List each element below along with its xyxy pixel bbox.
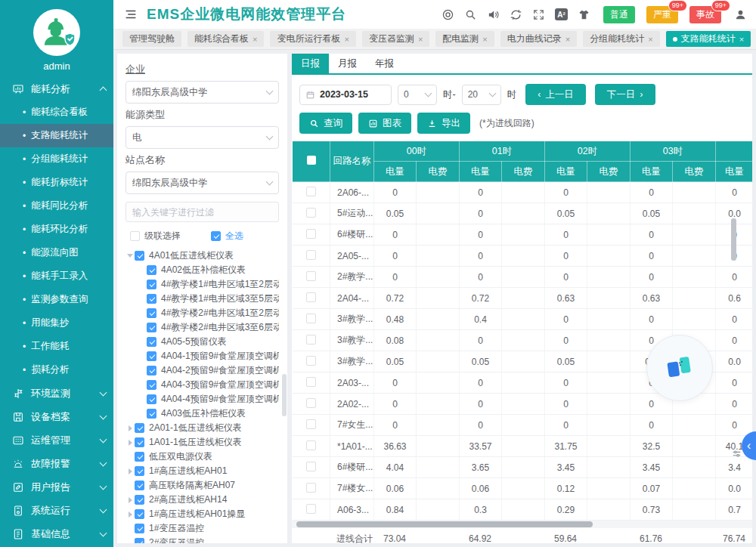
tree-checkbox[interactable] [135, 466, 144, 476]
row-checkbox[interactable] [306, 250, 316, 260]
menu-group-系统运行[interactable]: 系统运行 [0, 499, 113, 522]
menu-item-能源流向图[interactable]: •能源流向图 [0, 241, 113, 264]
close-icon[interactable]: × [253, 35, 257, 44]
tree-checkbox[interactable] [135, 423, 144, 433]
tree-checkbox[interactable] [135, 251, 144, 261]
tree-item-1#变压器温控[interactable]: 1#变压器温控 [125, 521, 279, 536]
page-tab-管理驾驶舱[interactable]: 管理驾驶舱 [122, 31, 181, 47]
tree-item-4A04-4预留9#食堂屋顶空调机组仪表[interactable]: 4A04-4预留9#食堂屋顶空调机组仪表 [125, 392, 279, 406]
search-icon[interactable] [464, 8, 477, 21]
tree-checkbox[interactable] [147, 394, 156, 404]
row-checkbox[interactable] [306, 229, 316, 239]
menu-item-监测参数查询[interactable]: •监测参数查询 [0, 288, 113, 311]
caret-right-icon[interactable] [125, 511, 135, 518]
tree-checkbox[interactable] [135, 538, 144, 543]
menu-group-运维管理[interactable]: 运维管理 [0, 428, 113, 452]
row-checkbox[interactable] [306, 398, 316, 408]
font-size-icon[interactable]: A² [555, 8, 568, 20]
tree-checkbox[interactable] [135, 437, 144, 447]
enterprise-select[interactable]: 绵阳东辰高级中学 [125, 81, 279, 104]
tree-item-高压联络隔离柜AH07[interactable]: 高压联络隔离柜AH07 [125, 478, 279, 493]
row-checkbox[interactable] [306, 356, 316, 366]
tree-item-2#高压进线柜AH14[interactable]: 2#高压进线柜AH14 [125, 493, 279, 507]
menu-item-能耗折标统计[interactable]: •能耗折标统计 [0, 171, 113, 194]
badge-普通[interactable]: 普通 [603, 6, 635, 23]
fullscreen-icon[interactable] [532, 8, 545, 21]
tree-item-2#变压器温控[interactable]: 2#变压器温控 [125, 536, 279, 543]
tree-checkbox[interactable] [147, 366, 156, 375]
query-button[interactable]: 查询 [299, 113, 352, 134]
tree-checkbox[interactable] [147, 409, 156, 419]
tree-item-4#教学楼2#电井区域3至6层动力仪表[interactable]: 4#教学楼2#电井区域3至6层动力仪表 [125, 320, 279, 335]
tree-item-1A01-1低压进线柜仪表[interactable]: 1A01-1低压进线柜仪表 [125, 435, 279, 450]
menu-item-分组能耗统计[interactable]: •分组能耗统计 [0, 147, 113, 171]
row-checkbox[interactable] [306, 292, 316, 302]
tree-item-4A01低压进线柜仪表[interactable]: 4A01低压进线柜仪表 [125, 249, 279, 263]
menu-item-能耗环比分析[interactable]: •能耗环比分析 [0, 218, 113, 241]
page-tab-配电监测[interactable]: 配电监测× [435, 31, 494, 47]
avatar[interactable] [33, 9, 80, 56]
menu-item-能耗综合看板[interactable]: •能耗综合看板 [0, 100, 113, 124]
row-checkbox[interactable] [306, 335, 316, 345]
row-checkbox[interactable] [306, 271, 316, 281]
caret-right-icon[interactable] [125, 468, 135, 474]
row-checkbox[interactable] [306, 187, 316, 196]
tree-item-4A04-2预留9#食堂屋顶空调机组仪表[interactable]: 4A04-2预留9#食堂屋顶空调机组仪表 [125, 363, 279, 378]
tree-checkbox[interactable] [135, 452, 144, 462]
menu-item-能耗同比分析[interactable]: •能耗同比分析 [0, 194, 113, 218]
page-tab-能耗综合看板[interactable]: 能耗综合看板× [187, 31, 264, 47]
tree-scrollbar[interactable] [282, 374, 287, 416]
report-tab-日报[interactable]: 日报 [292, 54, 329, 73]
row-checkbox[interactable] [306, 208, 316, 218]
report-tab-月报[interactable]: 月报 [329, 54, 366, 73]
close-icon[interactable]: × [565, 35, 570, 44]
caret-right-icon[interactable] [125, 440, 135, 446]
tree-item-2A01-1低压进线柜仪表[interactable]: 2A01-1低压进线柜仪表 [125, 421, 279, 435]
horizontal-scrollbar[interactable] [296, 521, 593, 527]
prev-day-button[interactable]: ‹ 上一日 [525, 84, 586, 105]
menu-group-基础信息[interactable]: 基础信息 [0, 522, 113, 545]
hour-to-select[interactable]: 20 [462, 85, 501, 105]
tree-item-1#高压进线柜AH01[interactable]: 1#高压进线柜AH01 [125, 464, 279, 478]
export-button[interactable]: 导出 [417, 113, 470, 134]
row-checkbox[interactable] [306, 314, 316, 323]
volume-icon[interactable] [487, 8, 500, 21]
tree-item-4#教学楼1#电井区域3至5层动力仪表[interactable]: 4#教学楼1#电井区域3至5层动力仪表 [125, 292, 279, 306]
row-checkbox[interactable] [306, 462, 316, 471]
tree-checkbox[interactable] [135, 509, 144, 519]
tree-checkbox[interactable] [147, 265, 156, 275]
tree-checkbox[interactable] [147, 294, 156, 304]
menu-item-损耗分析[interactable]: •损耗分析 [0, 358, 113, 382]
menu-group-环境监测[interactable]: 环境监测 [0, 382, 113, 405]
menu-item-能耗手工录入[interactable]: •能耗手工录入 [0, 264, 113, 288]
close-icon[interactable]: × [482, 35, 487, 44]
next-day-button[interactable]: 下一日 › [595, 84, 655, 105]
theme-icon[interactable] [578, 8, 590, 21]
close-icon[interactable]: × [344, 35, 349, 44]
row-checkbox[interactable] [306, 440, 316, 450]
headset-icon[interactable] [442, 8, 454, 21]
tree-item-低压双电源仪表[interactable]: 低压双电源仪表 [125, 450, 279, 464]
row-checkbox[interactable] [306, 504, 316, 514]
menu-group-故障报警[interactable]: 故障报警 [0, 452, 113, 475]
tree-filter-input[interactable] [125, 202, 279, 222]
menu-group-设备档案[interactable]: 设备档案 [0, 405, 113, 428]
close-icon[interactable]: × [739, 35, 744, 44]
tree-item-4A05-5预留仪表[interactable]: 4A05-5预留仪表 [125, 335, 279, 349]
page-tab-分组能耗统计[interactable]: 分组能耗统计× [583, 31, 659, 47]
caret-right-icon[interactable] [125, 425, 135, 431]
close-icon[interactable]: × [648, 35, 652, 44]
report-tab-年报[interactable]: 年报 [366, 54, 403, 73]
page-tab-变压器监测[interactable]: 变压器监测× [362, 31, 429, 47]
tree-item-4A04-1预留9#食堂屋顶空调机组仪表[interactable]: 4A04-1预留9#食堂屋顶空调机组仪表 [125, 349, 279, 363]
hour-from-select[interactable]: 0 [398, 85, 437, 105]
row-checkbox[interactable] [306, 483, 316, 493]
row-checkbox[interactable] [306, 419, 316, 429]
page-tab-变电所运行看板[interactable]: 变电所运行看板× [270, 31, 355, 47]
tree-checkbox[interactable] [147, 308, 156, 318]
tree-checkbox[interactable] [147, 337, 156, 347]
menu-group-能耗分析[interactable]: 能耗分析 [0, 77, 113, 100]
menu-item-工作能耗[interactable]: •工作能耗 [0, 335, 113, 358]
chart-button[interactable]: 图表 [358, 113, 411, 134]
adjust-icon[interactable] [732, 449, 742, 459]
